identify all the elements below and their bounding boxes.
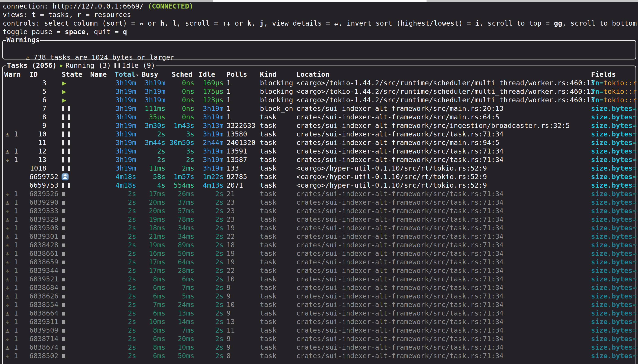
cell-idle: 2s bbox=[193, 309, 224, 318]
cell-task-id: 6838714 bbox=[30, 334, 46, 343]
task-row[interactable]: ⚠168386612s16ms50ms2s19taskcrates/sui-in… bbox=[0, 249, 638, 258]
task-row[interactable]: ⚠168395082s18ms34ms2s19taskcrates/sui-in… bbox=[0, 224, 638, 232]
cell-busy: 11ms bbox=[135, 164, 166, 172]
cell-task-id: 6838661 bbox=[30, 249, 46, 258]
cell-location: crates/sui-indexer-alt-framework/src/tas… bbox=[296, 300, 504, 309]
cell-total: 2s bbox=[96, 207, 136, 215]
cell-location: crates/sui-indexer-alt-framework/src/tas… bbox=[296, 318, 504, 326]
cell-kind: task bbox=[260, 138, 276, 147]
task-row[interactable]: ⚠168385542s7ms24ms2s10taskcrates/sui-ind… bbox=[0, 300, 638, 309]
field-equals: = bbox=[632, 250, 637, 258]
cell-polls: 9 bbox=[226, 334, 230, 343]
task-row[interactable]: ⚠168387142s6ms20ms2s9taskcrates/sui-inde… bbox=[0, 334, 638, 343]
task-row[interactable]: 73h19m111ms0ns3h19m1block_oncrates/sui-i… bbox=[0, 104, 638, 113]
field-equals: = bbox=[632, 326, 637, 334]
task-row[interactable]: 5▶3h19m3h19m0ns175µs1blocking<cargo>/tok… bbox=[0, 87, 638, 96]
cell-sched: 0ns bbox=[162, 79, 194, 87]
task-row[interactable]: ⚠168392902s20ms37ms2s23taskcrates/sui-in… bbox=[0, 198, 638, 207]
cell-polls: 1 bbox=[226, 96, 230, 104]
task-row[interactable]: ⚠168386842s6ms7ms2s9taskcrates/sui-index… bbox=[0, 284, 638, 292]
warning-triangle-icon: ⚠ bbox=[6, 309, 10, 318]
task-row[interactable]: ⚠168386262s6ms5ms2s9taskcrates/sui-index… bbox=[0, 292, 638, 300]
cell-total: 3h19m bbox=[96, 138, 136, 147]
cell-state bbox=[62, 104, 70, 113]
cell-fields: fn=tokio::r bbox=[591, 96, 638, 104]
cell-task-id: 1018 bbox=[30, 164, 46, 172]
field-key: size.bytes bbox=[591, 275, 632, 283]
cell-fields: size.bytes= bbox=[591, 190, 638, 198]
field-equals: = bbox=[632, 139, 637, 146]
task-row[interactable]: 113h19m3m44s30m50s2h44m2401320taskcrates… bbox=[0, 138, 638, 147]
cell-kind: task bbox=[260, 215, 276, 224]
completed-state-icon bbox=[62, 295, 65, 298]
field-key: size.bytes bbox=[591, 335, 632, 343]
warning-triangle-icon: ⚠ bbox=[6, 224, 10, 232]
cell-idle: 3h19m bbox=[193, 164, 224, 172]
task-row[interactable]: ⚠168393112s10ms14ms2s13taskcrates/sui-in… bbox=[0, 318, 638, 326]
cell-task-id: 6839290 bbox=[30, 198, 46, 207]
task-row[interactable]: 93h19m3m30s1m43s3h13m3322633taskcrates/s… bbox=[0, 122, 638, 130]
task-row[interactable]: ⚠168395212s8ms6ms2s10taskcrates/sui-inde… bbox=[0, 275, 638, 284]
cell-task-id: 9 bbox=[30, 122, 46, 130]
task-row[interactable]: 83h19m35µs0ns3h19m1taskcrates/sui-indexe… bbox=[0, 113, 638, 122]
field-equals: = bbox=[632, 147, 637, 155]
cell-warn-count: 1 bbox=[14, 190, 18, 198]
cell-busy: 8ms bbox=[135, 275, 166, 284]
cell-sched: 78ms bbox=[162, 215, 194, 224]
cell-kind: task bbox=[260, 275, 276, 284]
task-row[interactable]: ⚠168384282s19ms89ms2s18taskcrates/sui-in… bbox=[0, 241, 638, 249]
cell-sched: 554ms bbox=[162, 181, 194, 190]
cell-polls: 23 bbox=[226, 207, 235, 215]
cell-polls: 10 bbox=[226, 275, 235, 284]
cell-warn-count: 1 bbox=[14, 207, 18, 215]
idle-state-icon bbox=[62, 132, 70, 137]
cell-fields: size.bytes= bbox=[591, 258, 638, 266]
cell-warn-count: 1 bbox=[14, 241, 18, 249]
cell-busy: 6ms bbox=[135, 284, 166, 292]
cell-warn-count: 1 bbox=[14, 284, 18, 292]
task-row[interactable]: ⚠168393332s20ms57ms2s23taskcrates/sui-in… bbox=[0, 207, 638, 215]
cell-total: 3h19m bbox=[96, 87, 136, 96]
cell-kind: task bbox=[260, 309, 276, 318]
cell-busy: 20ms bbox=[135, 207, 166, 215]
field-equals: = bbox=[632, 130, 637, 138]
task-row[interactable]: 3▶3h19m3h19m0ns169µs1blocking<cargo>/tok… bbox=[0, 79, 638, 87]
cell-busy: 4s bbox=[135, 181, 166, 190]
cell-idle: 2s bbox=[193, 318, 224, 326]
field-key: size.bytes bbox=[591, 258, 632, 266]
cell-fields: size.bytes= bbox=[591, 224, 638, 232]
completed-state-icon bbox=[62, 210, 65, 213]
cell-task-id: 6839509 bbox=[30, 326, 46, 334]
cell-location: crates/sui-indexer-alt-framework/src/tas… bbox=[296, 326, 504, 334]
cell-idle: 2s bbox=[193, 190, 224, 198]
cell-idle: 2s bbox=[193, 266, 224, 275]
task-row[interactable]: ⚠1103h19m2s3s3h19m13580taskcrates/sui-in… bbox=[0, 130, 638, 138]
task-row[interactable]: ⚠168395092s8ms7ms2s11taskcrates/sui-inde… bbox=[0, 326, 638, 334]
task-row[interactable]: ⚠168386592s17ms64ms2s19taskcrates/sui-in… bbox=[0, 258, 638, 266]
cell-state bbox=[62, 309, 65, 318]
task-row[interactable]: ⚠168385022s6ms50ms2s8taskcrates/sui-inde… bbox=[0, 352, 638, 360]
cell-task-id: 6839344 bbox=[30, 266, 46, 275]
task-row[interactable]: ⚠1123h19m2s3s3h19m13591taskcrates/sui-in… bbox=[0, 147, 638, 156]
task-row[interactable]: 6▶3h19m3h19m0ns123µs1blocking<cargo>/tok… bbox=[0, 96, 638, 104]
task-row[interactable]: ⚠168393292s19ms78ms2s23taskcrates/sui-in… bbox=[0, 215, 638, 224]
field-key: size.bytes bbox=[591, 318, 632, 326]
task-row[interactable]: ⚠168386742s8ms10ms2s9taskcrates/sui-inde… bbox=[0, 343, 638, 352]
field-equals: = bbox=[632, 275, 637, 283]
cell-polls: 13580 bbox=[226, 130, 247, 138]
task-row[interactable]: 66597534m18s4s554ms4m13s2071task<cargo>/… bbox=[0, 181, 638, 190]
cell-total: 3h19m bbox=[96, 164, 136, 172]
cell-location: crates/sui-indexer-alt-framework/src/tas… bbox=[296, 147, 504, 156]
task-row[interactable]: ⚠168393442s17ms28ms2s22taskcrates/sui-in… bbox=[0, 266, 638, 275]
task-row[interactable]: 10183h19m11ms2ms3h19m133task<cargo>/hype… bbox=[0, 164, 638, 172]
task-row[interactable]: 66597524m18s58s1m57s1m22s92785task<cargo… bbox=[0, 172, 638, 181]
task-row[interactable]: ⚠1133h19m2s2s3h19m13587taskcrates/sui-in… bbox=[0, 156, 638, 164]
warning-triangle-icon: ⚠ bbox=[6, 215, 10, 224]
task-row[interactable]: ⚠168395262s17ms26ms2s21taskcrates/sui-in… bbox=[0, 190, 638, 198]
task-row[interactable]: ⚠168393012s21ms34ms2s22taskcrates/sui-in… bbox=[0, 232, 638, 241]
cell-warn-count: 1 bbox=[14, 275, 18, 284]
completed-state-icon bbox=[62, 201, 65, 205]
cell-fields: size.bytes= bbox=[591, 343, 638, 352]
task-row[interactable]: ⚠168386642s6ms13ms2s9taskcrates/sui-inde… bbox=[0, 309, 638, 318]
cell-task-id: 6838428 bbox=[30, 241, 46, 249]
